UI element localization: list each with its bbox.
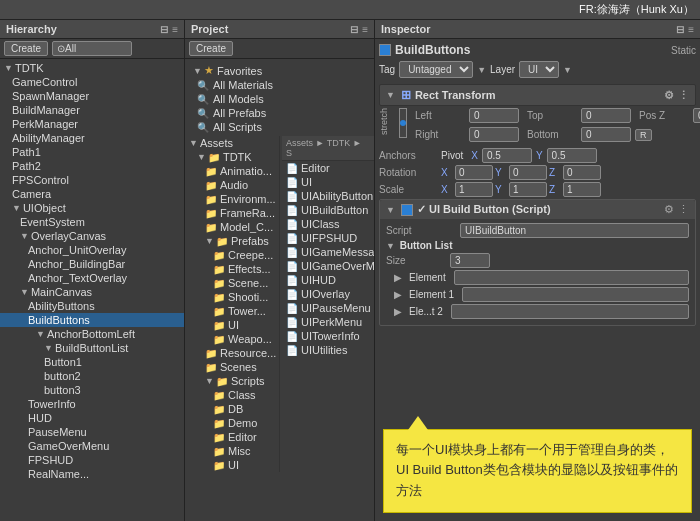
asset-resource[interactable]: 📁Resource... xyxy=(185,346,279,360)
file-uifpshud[interactable]: 📄UIFPSHUD xyxy=(282,231,374,245)
rotation-z-input[interactable] xyxy=(563,165,601,180)
tree-item-path1[interactable]: Path1 xyxy=(0,145,184,159)
tree-item-button3[interactable]: button3 xyxy=(0,383,184,397)
tree-item-realname[interactable]: RealName... xyxy=(0,467,184,481)
bottom-input[interactable] xyxy=(581,127,631,142)
tree-item-fpshud[interactable]: FPSHUD xyxy=(0,453,184,467)
asset-animation[interactable]: 📁Animatio... xyxy=(185,164,279,178)
element-0-arrow[interactable]: ▶ xyxy=(394,272,402,283)
r-button[interactable]: R xyxy=(635,129,652,141)
file-editor[interactable]: 📄Editor xyxy=(282,161,374,175)
asset-prefabs[interactable]: ▼📁Prefabs xyxy=(185,234,279,248)
tag-dropdown[interactable]: Untagged xyxy=(399,61,473,78)
asset-scene[interactable]: 📁Scene... xyxy=(185,276,279,290)
rect-gear-icon[interactable]: ⚙ xyxy=(664,89,674,102)
file-uigameover[interactable]: 📄UIGameOverM... xyxy=(282,259,374,273)
layer-dropdown[interactable]: UI xyxy=(519,61,559,78)
element-0-input[interactable] xyxy=(454,270,689,285)
element-2-input[interactable] xyxy=(451,304,689,319)
tree-item-fpscontrol[interactable]: FPSControl xyxy=(0,173,184,187)
file-uibuildbutton[interactable]: 📄UIBuildButton xyxy=(282,203,374,217)
tree-item-abilitybuttons[interactable]: AbilityButtons xyxy=(0,299,184,313)
tree-item-anchor-buildingbar[interactable]: Anchor_BuildingBar xyxy=(0,257,184,271)
asset-weapo[interactable]: 📁Weapo... xyxy=(185,332,279,346)
tree-item-button1[interactable]: Button1 xyxy=(0,355,184,369)
file-uiutilities[interactable]: 📄UIUtilities xyxy=(282,343,374,357)
fav-all-materials[interactable]: 🔍 All Materials xyxy=(189,78,370,92)
hierarchy-create-button[interactable]: Create xyxy=(4,41,48,56)
asset-scripts[interactable]: ▼📁Scripts xyxy=(185,374,279,388)
pivot-x-input[interactable] xyxy=(482,148,532,163)
file-ui[interactable]: 📄UI xyxy=(282,175,374,189)
tree-item-towerinfo[interactable]: TowerInfo xyxy=(0,397,184,411)
size-input[interactable] xyxy=(450,253,490,268)
asset-db[interactable]: 📁DB xyxy=(185,402,279,416)
asset-ui-scripts[interactable]: 📁UI xyxy=(185,458,279,472)
tree-item-perkmanager[interactable]: PerkManager xyxy=(0,117,184,131)
tree-item-uiobject[interactable]: ▼UIObject xyxy=(0,201,184,215)
tree-item-maincanvas[interactable]: ▼MainCanvas xyxy=(0,285,184,299)
file-uioverlay[interactable]: 📄UIOverlay xyxy=(282,287,374,301)
asset-ui-prefabs[interactable]: 📁UI xyxy=(185,318,279,332)
posz-input[interactable] xyxy=(693,108,700,123)
component-collapse-arrow[interactable]: ▼ xyxy=(386,205,395,215)
component-active-checkbox[interactable] xyxy=(401,204,413,216)
tree-item-anchor-textoverlay[interactable]: Anchor_TextOverlay xyxy=(0,271,184,285)
rotation-x-input[interactable] xyxy=(455,165,493,180)
tree-item-tdtk[interactable]: ▼TDTK xyxy=(0,61,184,75)
element-1-input[interactable] xyxy=(462,287,689,302)
asset-creepe[interactable]: 📁Creepe... xyxy=(185,248,279,262)
top-input[interactable] xyxy=(581,108,631,123)
file-uigamemessage[interactable]: 📄UIGameMessa... xyxy=(282,245,374,259)
script-input[interactable] xyxy=(460,223,689,238)
asset-tdtk[interactable]: ▼📁TDTK xyxy=(185,150,279,164)
asset-effects[interactable]: 📁Effects... xyxy=(185,262,279,276)
scale-z-input[interactable] xyxy=(563,182,601,197)
tree-item-buildmanager[interactable]: BuildManager xyxy=(0,103,184,117)
tree-item-buildbuttons[interactable]: BuildButtons xyxy=(0,313,184,327)
tree-item-pausemenu[interactable]: PauseMenu xyxy=(0,425,184,439)
asset-demo[interactable]: 📁Demo xyxy=(185,416,279,430)
asset-environm[interactable]: 📁Environm... xyxy=(185,192,279,206)
left-input[interactable] xyxy=(469,108,519,123)
scale-x-input[interactable] xyxy=(455,182,493,197)
project-create-button[interactable]: Create xyxy=(189,41,233,56)
component-gear-icon[interactable]: ⚙ xyxy=(664,203,674,216)
object-active-checkbox[interactable] xyxy=(379,44,391,56)
asset-tower[interactable]: 📁Tower... xyxy=(185,304,279,318)
tree-item-abilitymanager[interactable]: AbilityManager xyxy=(0,131,184,145)
rect-transform-collapse-arrow[interactable]: ▼ xyxy=(386,90,395,100)
component-context-icon[interactable]: ⋮ xyxy=(678,203,689,216)
tree-item-gameovermenu[interactable]: GameOverMenu xyxy=(0,439,184,453)
tree-item-anchorbottomleft[interactable]: ▼AnchorBottomLeft xyxy=(0,327,184,341)
tree-item-path2[interactable]: Path2 xyxy=(0,159,184,173)
asset-assets-header[interactable]: ▼Assets xyxy=(185,136,279,150)
transform-box[interactable] xyxy=(399,108,407,138)
file-uiclass[interactable]: 📄UIClass xyxy=(282,217,374,231)
asset-audio[interactable]: 📁Audio xyxy=(185,178,279,192)
file-uitowerinfo[interactable]: 📄UITowerInfo xyxy=(282,329,374,343)
element-2-arrow[interactable]: ▶ xyxy=(394,306,402,317)
hierarchy-search-input[interactable] xyxy=(52,41,132,56)
pivot-y-input[interactable] xyxy=(547,148,597,163)
tree-item-eventsystem[interactable]: EventSystem xyxy=(0,215,184,229)
tree-item-buildbuttonlist[interactable]: ▼BuildButtonList xyxy=(0,341,184,355)
asset-editor[interactable]: 📁Editor xyxy=(185,430,279,444)
rotation-y-input[interactable] xyxy=(509,165,547,180)
tree-item-camera[interactable]: Camera xyxy=(0,187,184,201)
file-uipausemenu[interactable]: 📄UIPauseMenu xyxy=(282,301,374,315)
file-uiabilitybutton[interactable]: 📄UIAbilityButton xyxy=(282,189,374,203)
fav-all-scripts[interactable]: 🔍 All Scripts xyxy=(189,120,370,134)
asset-scenes[interactable]: 📁Scenes xyxy=(185,360,279,374)
asset-class[interactable]: 📁Class xyxy=(185,388,279,402)
button-list-collapse[interactable]: ▼ xyxy=(386,241,395,251)
file-uihud[interactable]: 📄UIHUD xyxy=(282,273,374,287)
rect-context-icon[interactable]: ⋮ xyxy=(678,89,689,102)
right-input[interactable] xyxy=(469,127,519,142)
asset-framerate[interactable]: 📁FrameRa... xyxy=(185,206,279,220)
fav-all-prefabs[interactable]: 🔍 All Prefabs xyxy=(189,106,370,120)
tree-item-anchor-unitoverlay[interactable]: Anchor_UnitOverlay xyxy=(0,243,184,257)
tree-item-gamecontrol[interactable]: GameControl xyxy=(0,75,184,89)
fav-all-models[interactable]: 🔍 All Models xyxy=(189,92,370,106)
tree-item-hud[interactable]: HUD xyxy=(0,411,184,425)
